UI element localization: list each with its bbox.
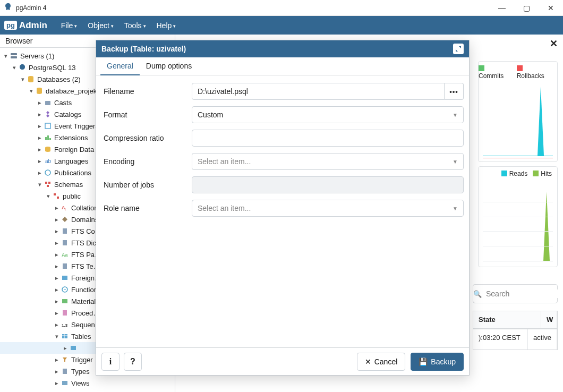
format-select[interactable]: Custom ▼ — [192, 106, 464, 123]
label-compression: Compression ratio — [101, 134, 192, 142]
cancel-button[interactable]: ✕Cancel — [357, 353, 406, 371]
help-button[interactable]: ? — [124, 353, 142, 371]
save-icon: 💾 — [419, 357, 428, 366]
encoding-placeholder: Select an item... — [198, 157, 251, 166]
jobs-input[interactable] — [192, 176, 464, 193]
dialog-expand-button[interactable] — [453, 44, 464, 54]
info-button[interactable]: i — [101, 353, 120, 371]
filename-browse-button[interactable]: ••• — [445, 83, 464, 100]
label-format: Format — [101, 110, 192, 119]
tab-general[interactable]: General — [100, 57, 140, 75]
compression-input[interactable] — [192, 130, 464, 147]
chevron-down-icon: ▼ — [453, 159, 458, 165]
label-filename: Filename — [101, 87, 192, 96]
chevron-down-icon: ▼ — [453, 112, 458, 118]
chevron-down-icon: ▼ — [453, 206, 458, 211]
format-value: Custom — [198, 110, 223, 119]
role-placeholder: Select an item... — [198, 204, 251, 212]
backup-dialog: Backup (Table: uzivatel) General Dump op… — [96, 40, 470, 376]
dialog-footer: i ? ✕Cancel 💾Backup — [96, 347, 469, 375]
tab-dump-options[interactable]: Dump options — [140, 57, 198, 75]
encoding-select[interactable]: Select an item... ▼ — [192, 153, 464, 170]
dialog-title: Backup (Table: uzivatel) — [101, 45, 186, 53]
label-encoding: Encoding — [101, 157, 192, 166]
dialog-body: Filename ••• Format Custom ▼ Compression… — [96, 75, 469, 347]
dialog-tabs: General Dump options — [96, 57, 469, 75]
label-jobs: Number of jobs — [101, 181, 192, 189]
close-icon: ✕ — [365, 357, 371, 366]
filename-input[interactable] — [192, 83, 445, 100]
backup-button[interactable]: 💾Backup — [411, 353, 464, 371]
dialog-header[interactable]: Backup (Table: uzivatel) — [96, 40, 469, 57]
role-select[interactable]: Select an item... ▼ — [192, 200, 464, 217]
label-role: Role name — [101, 204, 192, 212]
